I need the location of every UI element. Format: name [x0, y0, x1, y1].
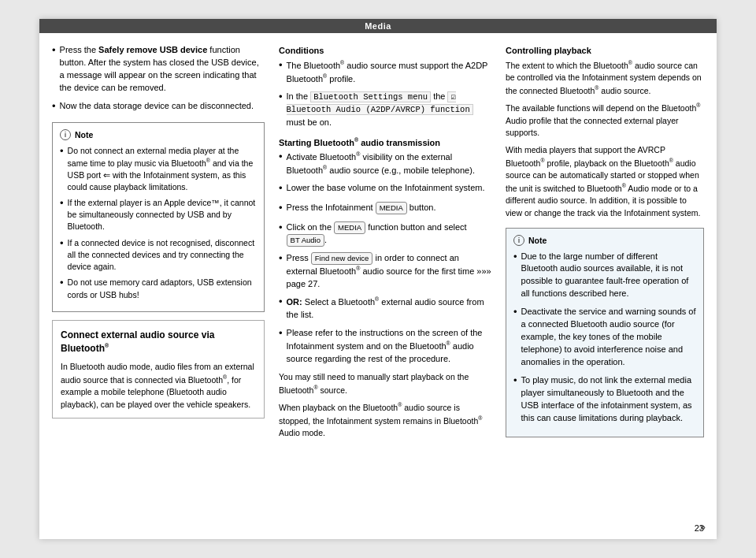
conditions-title: Conditions [279, 46, 491, 55]
header-title: Media [365, 21, 391, 31]
bullet-icon: • [60, 144, 64, 193]
col-left: • Press the Safely remove USB device fun… [52, 44, 265, 445]
control-para-3: With media players that support the AVRC… [506, 144, 704, 220]
arrow-right-icon: » [700, 521, 706, 533]
list-item: • Due to the large number of different B… [513, 251, 696, 301]
header-bar: Media [39, 19, 717, 33]
start-item-4: Click on the MEDIA function button and s… [287, 221, 491, 247]
list-item: • Press Find new device in order to conn… [279, 252, 491, 290]
bullet-icon: • [513, 250, 517, 301]
list-item: • The Bluetooth® audio source must suppo… [279, 59, 491, 85]
connect-box: Connect external audio source via Blueto… [52, 320, 265, 418]
right-note-3: To play music, do not link the external … [521, 374, 696, 425]
start-item-5: Press Find new device in order to connec… [287, 252, 491, 290]
condition-1: The Bluetooth® audio source must support… [287, 59, 491, 85]
bullet-icon: • [52, 99, 56, 114]
bullet-icon: • [513, 374, 517, 425]
usb-bullet-1: Press the Safely remove USB device funct… [60, 44, 265, 95]
bullet-icon: • [279, 150, 283, 177]
info-icon: i [60, 129, 71, 140]
start-item-1: Activate Bluetooth® visibility on the ex… [287, 151, 491, 177]
col-mid: Conditions • The Bluetooth® audio source… [279, 44, 491, 445]
list-item: • If the external player is an Apple dev… [60, 197, 257, 233]
bullet-icon: • [279, 326, 283, 365]
start-item-6: OR: Select a Bluetooth® external audio s… [287, 296, 491, 322]
page: Media • Press the Safely remove USB devi… [39, 19, 717, 539]
list-item: • Do not connect an external media playe… [60, 145, 257, 193]
start-item-2: Lower the base volume on the Infotainmen… [287, 182, 485, 196]
note-label: Note [75, 130, 93, 140]
list-item: • Click on the MEDIA function button and… [279, 221, 491, 247]
list-item: • If a connected device is not recognise… [60, 237, 257, 273]
note-item-3: If a connected device is not recognised,… [68, 237, 257, 273]
note-box-right-header: i Note [513, 235, 696, 246]
list-item: • Please refer to the instructions on th… [279, 327, 491, 365]
condition-2: In the Bluetooth Settings menu the ☑ Blu… [287, 91, 491, 128]
para-after-2: When playback on the Bluetooth® audio so… [279, 401, 491, 439]
list-item: • Press the Safely remove USB device fun… [52, 44, 265, 95]
list-item: • In the Bluetooth Settings menu the ☑ B… [279, 91, 491, 128]
bullet-icon: • [279, 58, 283, 85]
list-item: • Press the Infotainment MEDIA button. [279, 202, 491, 216]
list-item: • Lower the base volume on the Infotainm… [279, 182, 491, 196]
bullet-icon: • [279, 181, 283, 196]
starting-title: Starting Bluetooth® audio transmission [279, 137, 491, 147]
connect-box-title: Connect external audio source via Blueto… [61, 329, 256, 355]
bullet-icon: • [52, 43, 56, 95]
list-item: • Now the data storage device can be dis… [52, 100, 265, 114]
list-item: • OR: Select a Bluetooth® external audio… [279, 296, 491, 322]
note-item-1: Do not connect an external media player … [68, 145, 257, 193]
bullet-icon: • [513, 305, 517, 369]
control-title: Controlling playback [506, 46, 704, 55]
usb-bullet-2: Now the data storage device can be disco… [60, 100, 254, 114]
note-item-4: Do not use memory card adaptors, USB ext… [68, 277, 257, 300]
right-note-1: Due to the large number of different Blu… [521, 251, 696, 301]
bullet-icon: • [60, 276, 64, 300]
bullet-icon: • [279, 295, 283, 322]
bullet-icon: • [279, 221, 283, 247]
usb-bullets: • Press the Safely remove USB device fun… [52, 44, 265, 114]
note-box-left: i Note • Do not connect an external medi… [52, 122, 265, 312]
list-item: • Activate Bluetooth® visibility on the … [279, 151, 491, 177]
note-box-header: i Note [60, 129, 257, 140]
list-item: • To play music, do not link the externa… [513, 374, 696, 425]
control-para-2: The available functions will depend on t… [506, 102, 704, 140]
connect-box-body: In Bluetooth audio mode, audio files fro… [61, 361, 256, 411]
bullet-icon: • [279, 251, 283, 290]
start-item-7: Please refer to the instructions on the … [287, 327, 491, 365]
bullet-icon: • [279, 201, 283, 216]
para-after-1: You may still need to manually start pla… [279, 371, 491, 396]
col-right: Controlling playback The extent to which… [506, 44, 704, 445]
content: • Press the Safely remove USB device fun… [39, 33, 717, 463]
bullet-icon: • [279, 90, 283, 128]
start-item-3: Press the Infotainment MEDIA button. [287, 202, 436, 216]
bullet-icon: • [60, 196, 64, 233]
right-note-2: Deactivate the service and warning sound… [521, 306, 696, 369]
bullet-icon: • [60, 236, 64, 273]
list-item: • Do not use memory card adaptors, USB e… [60, 277, 257, 300]
note-box-right: i Note • Due to the large number of diff… [506, 228, 704, 437]
note-item-2: If the external player is an Apple devic… [68, 197, 257, 233]
control-para-1: The extent to which the Bluetooth® audio… [506, 59, 704, 97]
note-label-right: Note [528, 236, 547, 245]
info-icon-right: i [513, 235, 524, 246]
list-item: • Deactivate the service and warning sou… [513, 306, 696, 369]
